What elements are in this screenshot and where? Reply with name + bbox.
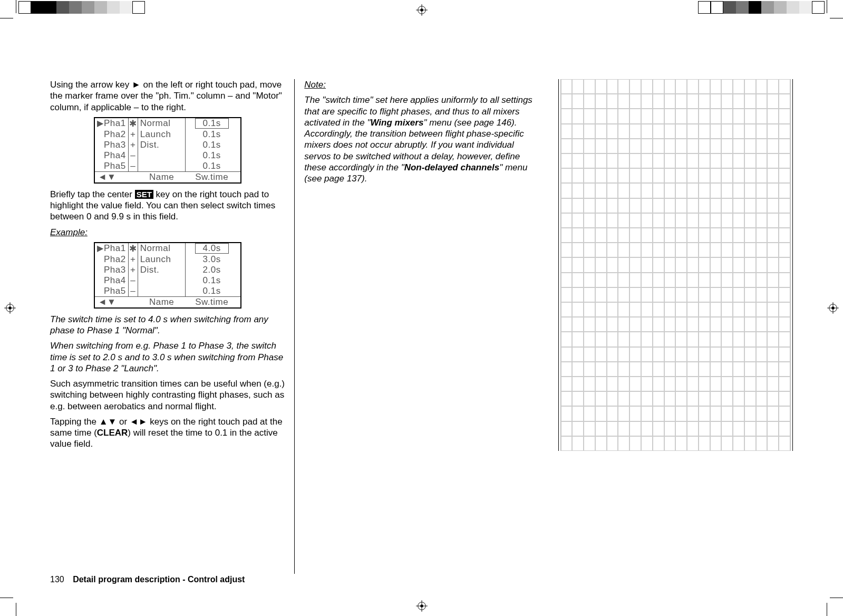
lcd-row: Pha3+Dist.0.1s <box>95 140 240 150</box>
wing-mixers-ref: Wing mixers <box>370 118 423 128</box>
paragraph: When switching from e.g. Phase 1 to Phas… <box>50 340 285 374</box>
lcd-footer: ◄▼NameSw.time <box>95 296 240 307</box>
lcd-row: ▶Pha1✱Normal0.1s <box>95 118 240 129</box>
lcd-symbol-cell: – <box>129 275 138 286</box>
lcd-symbol-cell: + <box>129 265 138 275</box>
lcd-name-cell <box>138 286 186 296</box>
updown-arrow-icon: ▲▼ <box>99 417 117 427</box>
lcd-time-cell: 0.1s <box>186 140 238 150</box>
lcd-footer-arrows: ◄▼ <box>95 297 138 307</box>
cropmark <box>830 598 843 598</box>
text: Using the arrow key <box>50 80 132 90</box>
paragraph: Briefly tap the center SET key on the ri… <box>50 189 285 223</box>
lcd-time-cell: 0.1s <box>186 161 238 171</box>
lcd-time-cell: 2.0s <box>186 265 238 275</box>
lcd-symbol-cell: + <box>129 129 138 140</box>
cropmark <box>830 18 843 18</box>
cropmark <box>0 18 13 18</box>
paragraph: Such asymmetric transition times can be … <box>50 378 285 412</box>
lcd-time-cell: 4.0s <box>186 243 238 254</box>
page-footer: 130 Detail program description - Control… <box>50 575 245 584</box>
column-2: Note: The "switch time" set here applies… <box>295 79 548 574</box>
registration-mark-icon <box>4 302 16 314</box>
lcd-phase-cell: ▶Pha1 <box>95 243 129 254</box>
lcd-phase-cell: Pha5 <box>95 161 129 171</box>
set-key-label: SET <box>135 190 153 199</box>
non-delayed-channels-ref: Non-delayed channels <box>404 162 499 172</box>
lcd-footer-name: Name <box>138 172 186 182</box>
notes-grid <box>560 79 791 451</box>
lcd-name-cell <box>138 275 186 286</box>
paragraph: The switch time is set to 4.0 s when swi… <box>50 314 285 336</box>
lcd-name-cell: Launch <box>138 129 186 140</box>
lcd-phase-cell: Pha3 <box>95 140 129 150</box>
lcd-footer-swtime: Sw.time <box>186 172 238 182</box>
lcd-time-cell: 0.1s <box>186 275 238 286</box>
lcd-symbol-cell: ✱ <box>129 118 138 129</box>
lcd-row: Pha4–0.1s <box>95 150 240 161</box>
example-heading: Example: <box>50 227 285 238</box>
registration-mark-icon <box>827 302 839 314</box>
leftright-arrow-icon: ◄► <box>130 417 148 427</box>
clear-label: CLEAR <box>97 428 128 438</box>
lcd-name-cell: Dist. <box>138 140 186 150</box>
cropmark <box>0 598 13 598</box>
text: or <box>117 417 130 427</box>
text: Briefly tap the center <box>50 189 135 199</box>
lcd-footer: ◄▼NameSw.time <box>95 171 240 182</box>
lcd-symbol-cell: – <box>129 161 138 171</box>
lcd-footer-arrows: ◄▼ <box>95 172 138 182</box>
lcd-name-cell: Launch <box>138 254 186 265</box>
lcd-footer-name: Name <box>138 297 186 307</box>
cropmark <box>16 603 16 616</box>
lcd-symbol-cell: ✱ <box>129 243 138 254</box>
registration-mark-icon <box>416 600 428 612</box>
lcd-symbol-cell: + <box>129 254 138 265</box>
lcd-time-cell: 0.1s <box>186 129 238 140</box>
cropmark <box>827 0 827 13</box>
lcd-display-2: ▶Pha1✱Normal4.0sPha2+Launch3.0sPha3+Dist… <box>94 242 241 309</box>
column-1: Using the arrow key ► on the left or rig… <box>45 79 295 574</box>
lcd-symbol-cell: – <box>129 286 138 296</box>
lcd-name-cell <box>138 161 186 171</box>
lcd-time-cell: 3.0s <box>186 254 238 265</box>
lcd-phase-cell: Pha2 <box>95 254 129 265</box>
note-paragraph: The "switch time" set here applies unifo… <box>304 94 539 184</box>
lcd-time-cell: 0.1s <box>186 286 238 296</box>
lcd-row: Pha3+Dist.2.0s <box>95 265 240 275</box>
lcd-row: ▶Pha1✱Normal4.0s <box>95 243 240 254</box>
lcd-name-cell: Dist. <box>138 265 186 275</box>
lcd-footer-swtime: Sw.time <box>186 297 238 307</box>
lcd-row: Pha2+Launch3.0s <box>95 254 240 265</box>
paragraph: Tapping the ▲▼ or ◄► keys on the right t… <box>50 416 285 450</box>
registration-mark-icon <box>416 4 428 16</box>
lcd-row: Pha5–0.1s <box>95 161 240 171</box>
lcd-row: Pha5–0.1s <box>95 286 240 296</box>
colorbar-left <box>18 1 145 16</box>
section-title: Detail program description - Control adj… <box>73 575 245 584</box>
note-heading: Note: <box>304 79 539 90</box>
page-number: 130 <box>50 575 64 584</box>
lcd-phase-cell: Pha4 <box>95 275 129 286</box>
lcd-name-cell: Normal <box>138 118 186 129</box>
paragraph: Using the arrow key ► on the left or rig… <box>50 79 285 113</box>
notes-grid-frame <box>558 79 793 451</box>
colorbar-right <box>698 1 825 16</box>
lcd-time-cell: 0.1s <box>186 150 238 161</box>
cropmark <box>16 0 16 13</box>
lcd-phase-cell: Pha5 <box>95 286 129 296</box>
column-3 <box>549 79 798 574</box>
lcd-phase-cell: Pha2 <box>95 129 129 140</box>
lcd-phase-cell: Pha3 <box>95 265 129 275</box>
lcd-symbol-cell: + <box>129 140 138 150</box>
cropmark <box>827 603 827 616</box>
lcd-display-1: ▶Pha1✱Normal0.1sPha2+Launch0.1sPha3+Dist… <box>94 117 241 184</box>
lcd-row: Pha2+Launch0.1s <box>95 129 240 140</box>
lcd-time-cell: 0.1s <box>186 118 238 129</box>
lcd-phase-cell: Pha4 <box>95 150 129 161</box>
lcd-row: Pha4–0.1s <box>95 275 240 286</box>
lcd-symbol-cell: – <box>129 150 138 161</box>
right-arrow-icon: ► <box>132 80 141 90</box>
lcd-name-cell <box>138 150 186 161</box>
text: Tapping the <box>50 417 99 427</box>
